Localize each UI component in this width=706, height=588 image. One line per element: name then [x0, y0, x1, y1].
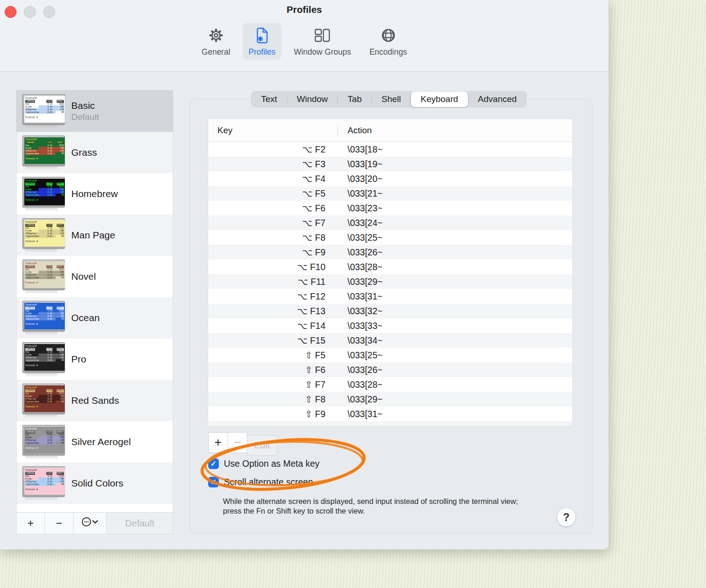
action-cell: \033[18~ [337, 144, 572, 155]
tab-tab[interactable]: Tab [338, 91, 371, 107]
profile-thumbnail: Terminal# COMMAND%CPURPRVT top4.1%231KXc… [23, 260, 65, 294]
toolbar-item-encodings[interactable]: Encodings [364, 23, 413, 60]
terminal-preview-rows: top4.1%231KXcode1.4%78MATSServer0.0%13Ml… [25, 351, 64, 362]
terminal-preview-header: COMMAND%CPURPRVT [25, 472, 64, 475]
terminal-preview-title: Terminal# [25, 427, 64, 430]
terminal-preview: Terminal# COMMAND%CPURPRVT top4.1%231KXc… [24, 96, 65, 123]
key-cell: ⌥ F12 [208, 291, 337, 302]
toolbar-item-general[interactable]: General [196, 23, 236, 60]
key-mapping-row[interactable]: ⌥ F14 \033[33~ [208, 318, 572, 333]
tab-advanced[interactable]: Advanced [468, 91, 527, 107]
terminal-preview-title: Terminal# [25, 386, 64, 389]
key-mapping-row[interactable]: ⌥ F13 \033[32~ [208, 304, 572, 318]
profile-item-ocean[interactable]: Terminal# COMMAND%CPURPRVT top4.1%231KXc… [17, 297, 173, 339]
key-mapping-row[interactable]: ⌥ F6 \033[23~ [208, 201, 572, 215]
checkbox-checked-icon[interactable]: ✓ [208, 477, 219, 487]
key-cell: ⌥ F2 [208, 144, 337, 155]
profile-item-red-sands[interactable]: Terminal# COMMAND%CPURPRVT top4.1%231KXc… [17, 380, 173, 421]
remove-profile-button[interactable]: − [45, 513, 74, 534]
terminal-preview-rows: top4.1%231KXcode1.4%78MATSServer0.0%13Ml… [25, 185, 64, 196]
key-mapping-row[interactable]: ⌥ F11 \033[29~ [208, 274, 572, 289]
add-profile-button[interactable]: + [17, 513, 45, 534]
terminal-preview-rows: top4.1%231KXcode1.4%78MATSServer0.0%13Ml… [25, 309, 64, 320]
terminal-preview-prompt: Terminal # [25, 240, 64, 243]
terminal-preview-header: COMMAND%CPURPRVT [25, 389, 64, 392]
key-mapping-row[interactable]: ⌥ F2 \033[18~ [208, 142, 572, 157]
edit-key-mapping-button[interactable]: Edit [247, 435, 277, 456]
tab-label: Tab [347, 94, 362, 104]
terminal-preview-header: COMMAND%CPURPRVT [25, 141, 64, 144]
profile-item-basic[interactable]: Terminal# COMMAND%CPURPRVT top4.1%231KXc… [17, 90, 173, 132]
profile-name: Red Sands [71, 395, 119, 406]
key-mapping-row[interactable]: ⌥ F8 \033[25~ [208, 230, 572, 245]
profile-document-icon [253, 26, 271, 46]
key-mapping-row[interactable]: ⌥ F3 \033[19~ [208, 157, 572, 171]
tab-text[interactable]: Text [251, 91, 287, 107]
key-cell: ⇧ F5 [208, 350, 337, 361]
remove-key-mapping-button[interactable]: − [228, 432, 247, 453]
action-cell: \033[31~ [337, 409, 572, 419]
key-mapping-row[interactable]: ⇧ F5 \033[25~ [208, 348, 572, 362]
key-mapping-row[interactable]: ⌥ F9 \033[26~ [208, 245, 572, 260]
terminal-preview-title: Terminal# [25, 179, 64, 182]
key-mapping-row[interactable]: ⌥ F4 \033[20~ [208, 171, 572, 186]
toolbar-item-window-groups[interactable]: Window Groups [288, 23, 357, 60]
key-mapping-row[interactable]: ⇧ F6 \033[26~ [208, 362, 572, 377]
key-mapping-row[interactable]: ⌥ F15 \033[34~ [208, 333, 572, 348]
scroll-alternate-screen-checkbox-row[interactable]: ✓ Scroll alternate screen [208, 477, 313, 487]
terminal-preview: Terminal# COMMAND%CPURPRVT top4.1%231KXc… [24, 261, 65, 288]
profile-thumbnail: Terminal# COMMAND%CPURPRVT top4.1%231KXc… [23, 466, 65, 501]
profile-item-man-page[interactable]: Terminal# COMMAND%CPURPRVT top4.1%231KXc… [17, 215, 173, 256]
action-cell: \033[31~ [337, 291, 572, 302]
terminal-preview-title: Terminal# [25, 96, 64, 99]
key-cell: ⌥ F4 [208, 174, 337, 184]
help-button[interactable]: ? [557, 508, 575, 526]
key-mapping-row[interactable]: ⇧ F8 \033[29~ [208, 392, 572, 407]
toolbar-item-label: Window Groups [294, 47, 351, 57]
more-options-button[interactable] [74, 513, 107, 534]
tab-bar: Text Window Tab Shell Keyboard Advanced [251, 91, 527, 107]
terminal-preview-rows: top4.1%231KXcode1.4%78MATSServer0.0%13Ml… [25, 268, 64, 279]
terminal-preview: Terminal# COMMAND%CPURPRVT top4.1%231KXc… [24, 385, 65, 412]
key-cell: ⌥ F3 [208, 159, 337, 170]
set-default-button[interactable]: Default [107, 513, 173, 534]
tab-keyboard[interactable]: Keyboard [411, 91, 467, 107]
terminal-preview-title: Terminal# [25, 469, 64, 471]
column-divider [337, 124, 338, 137]
key-mapping-row[interactable]: ⌥ F7 \033[24~ [208, 215, 572, 230]
key-cell: ⌥ F13 [208, 306, 337, 317]
tab-window[interactable]: Window [287, 91, 338, 107]
profile-item-solid-colors[interactable]: Terminal# COMMAND%CPURPRVT top4.1%231KXc… [17, 463, 173, 504]
terminal-preview: Terminal# COMMAND%CPURPRVT top4.1%231KXc… [24, 137, 65, 164]
profile-item-homebrew[interactable]: Terminal# COMMAND%CPURPRVT top4.1%231KXc… [17, 173, 173, 215]
toolbar-item-label: Profiles [249, 47, 275, 57]
action-cell: \033[26~ [337, 247, 572, 258]
use-option-as-meta-key-checkbox-row[interactable]: ✓ Use Option as Meta key [208, 458, 319, 469]
key-cell: ⌥ F14 [208, 321, 337, 331]
toolbar-item-profiles[interactable]: Profiles [243, 23, 281, 60]
window-groups-icon [312, 26, 332, 46]
terminal-preview: Terminal# COMMAND%CPURPRVT top4.1%231KXc… [24, 220, 65, 247]
tab-shell[interactable]: Shell [372, 91, 410, 107]
key-cell: ⌥ F8 [208, 232, 337, 243]
terminal-preview-title: Terminal# [25, 303, 64, 306]
profile-item-pro[interactable]: Terminal# COMMAND%CPURPRVT top4.1%231KXc… [17, 339, 173, 380]
column-header-action: Action [337, 125, 572, 136]
action-cell: \033[20~ [337, 174, 572, 184]
checkbox-checked-icon[interactable]: ✓ [208, 458, 219, 469]
action-cell: \033[33~ [337, 321, 572, 331]
add-key-mapping-button[interactable]: + [208, 432, 228, 453]
action-cell: \033[34~ [337, 335, 572, 346]
profile-item-grass[interactable]: Terminal# COMMAND%CPURPRVT top4.1%231KXc… [17, 132, 173, 173]
alternate-screen-help-text: While the alternate screen is displayed,… [223, 497, 530, 516]
terminal-preview-prompt: Terminal # [25, 364, 64, 367]
key-mapping-row[interactable]: ⇧ F7 \033[28~ [208, 377, 572, 392]
key-mapping-row[interactable]: ⌥ F12 \033[31~ [208, 289, 572, 304]
profile-item-novel[interactable]: Terminal# COMMAND%CPURPRVT top4.1%231KXc… [17, 256, 173, 297]
toolbar-item-label: General [202, 47, 230, 57]
key-mapping-row[interactable]: ⇧ F9 \033[31~ [208, 407, 572, 421]
key-mapping-row[interactable]: ⌥ F5 \033[21~ [208, 186, 572, 201]
profile-item-silver-aerogel[interactable]: Terminal# COMMAND%CPURPRVT top4.1%231KXc… [17, 421, 173, 463]
preferences-toolbar: General [0, 23, 609, 60]
key-mapping-row[interactable]: ⌥ F10 \033[28~ [208, 260, 572, 274]
